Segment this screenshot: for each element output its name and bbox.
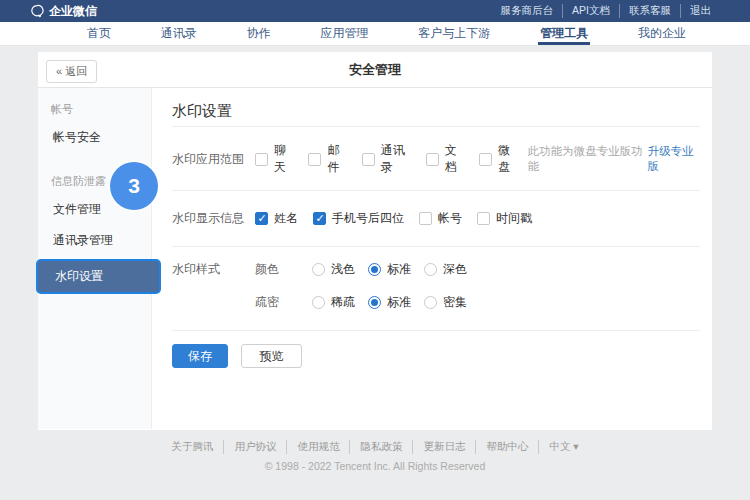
brand-name: 企业微信 [49,3,97,20]
footer-link-help-center[interactable]: 帮助中心 [475,440,538,454]
checkbox-contacts[interactable]: 通讯录 [362,142,411,176]
topbar-link-logout[interactable]: 退出 [680,4,720,18]
topbar-link-provider-console[interactable]: 服务商后台 [492,4,563,18]
panel-title: 安全管理 [349,61,401,79]
checkbox-icon [426,153,439,166]
nav-item-admin-tools[interactable]: 管理工具 [538,22,590,45]
copyright-text: © 1998 - 2022 Tencent Inc. All Rights Re… [0,460,750,472]
checkbox-chat[interactable]: 聊天 [255,142,293,176]
scope-label: 水印应用范围 [172,151,255,168]
checkbox-icon [362,153,375,166]
wecom-logo-icon [30,4,44,18]
upgrade-pro-link[interactable]: 升级专业版 [647,144,700,174]
checkbox-icon [308,153,321,166]
checkbox-mail[interactable]: 邮件 [308,142,346,176]
checkbox-checked-icon [255,212,268,225]
radio-density-standard[interactable]: 标准 [368,294,411,311]
settings-sidebar: 帐号 帐号安全 信息防泄露 文件管理 通讯录管理 水印设置 [38,88,152,429]
checkbox-account[interactable]: 帐号 [419,210,462,227]
panel-header: « 返回 安全管理 [38,52,712,88]
radio-icon [312,296,325,309]
checkbox-icon [479,153,492,166]
topbar-link-api-docs[interactable]: API文档 [562,4,619,18]
nav-item-my-enterprise[interactable]: 我的企业 [636,22,688,45]
checkbox-icon [419,212,432,225]
drive-pro-hint: 此功能为微盘专业版功能 [528,144,644,174]
checkbox-name[interactable]: 姓名 [255,210,298,227]
topbar: 企业微信 服务商后台 API文档 联系客服 退出 [0,0,750,22]
radio-color-dark[interactable]: 深色 [424,261,467,278]
footer-link-changelog[interactable]: 更新日志 [412,440,475,454]
save-button[interactable]: 保存 [172,344,228,368]
action-buttons: 保存 预览 [172,331,700,368]
color-label: 颜色 [255,261,312,278]
watermark-scope-row: 水印应用范围 聊天 邮件 通讯录 [172,127,700,191]
topbar-link-contact-support[interactable]: 联系客服 [619,4,680,18]
footer-link-user-agreement[interactable]: 用户协议 [223,440,286,454]
style-density-line: 疏密 稀疏 标准 密集 [255,294,467,311]
checkbox-phone-last4[interactable]: 手机号后四位 [313,210,404,227]
checkbox-checked-icon [313,212,326,225]
checkbox-icon [255,153,268,166]
brand[interactable]: 企业微信 [30,3,97,20]
main-nav: 首页 通讯录 协作 应用管理 客户与上下游 管理工具 我的企业 [0,22,750,46]
nav-item-home[interactable]: 首页 [85,22,113,45]
checkbox-icon [477,212,490,225]
radio-density-dense[interactable]: 密集 [424,294,467,311]
radio-color-light[interactable]: 浅色 [312,261,355,278]
checkbox-drive[interactable]: 微盘 [479,142,517,176]
footer-language-selector[interactable]: 中文 ▾ [538,440,588,454]
radio-selected-icon [368,296,381,309]
back-button[interactable]: « 返回 [46,60,97,83]
style-label: 水印样式 [172,261,255,278]
nav-item-contacts[interactable]: 通讯录 [159,22,199,45]
footer-links: 关于腾讯 用户协议 使用规范 隐私政策 更新日志 帮助中心 中文 ▾ [0,440,750,454]
radio-selected-icon [368,263,381,276]
radio-icon [424,263,437,276]
sidebar-section-account: 帐号 [38,93,151,122]
radio-icon [312,263,325,276]
footer-link-about-tencent[interactable]: 关于腾讯 [161,440,223,454]
radio-color-standard[interactable]: 标准 [368,261,411,278]
page-footer: 关于腾讯 用户协议 使用规范 隐私政策 更新日志 帮助中心 中文 ▾ © 199… [0,440,750,472]
annotation-step-badge: 3 [110,162,158,210]
checkbox-timestamp[interactable]: 时间戳 [477,210,532,227]
nav-item-collaboration[interactable]: 协作 [245,22,273,45]
style-color-line: 颜色 浅色 标准 深色 [255,261,467,278]
sidebar-item-account-security[interactable]: 帐号安全 [38,122,151,153]
watermark-info-row: 水印显示信息 姓名 手机号后四位 帐号 [172,191,700,247]
info-label: 水印显示信息 [172,210,255,227]
preview-button[interactable]: 预览 [241,344,302,368]
density-label: 疏密 [255,294,312,311]
checkbox-docs[interactable]: 文档 [426,142,464,176]
radio-density-sparse[interactable]: 稀疏 [312,294,355,311]
sidebar-item-contacts-management[interactable]: 通讯录管理 [38,225,151,256]
watermark-settings-content: 水印设置 水印应用范围 聊天 邮件 通讯录 [152,88,712,429]
footer-link-usage-rules[interactable]: 使用规范 [286,440,349,454]
footer-link-privacy-policy[interactable]: 隐私政策 [349,440,412,454]
nav-item-app-management[interactable]: 应用管理 [318,22,370,45]
security-management-panel: « 返回 安全管理 帐号 帐号安全 信息防泄露 文件管理 通讯录管理 水印设置 … [38,52,712,430]
radio-icon [424,296,437,309]
sidebar-item-watermark-settings[interactable]: 水印设置 [36,259,161,294]
nav-item-customers[interactable]: 客户与上下游 [416,22,492,45]
page-title: 水印设置 [172,88,700,127]
watermark-style-row: 水印样式 颜色 浅色 标准 [172,247,700,331]
topbar-links: 服务商后台 API文档 联系客服 退出 [492,4,720,18]
